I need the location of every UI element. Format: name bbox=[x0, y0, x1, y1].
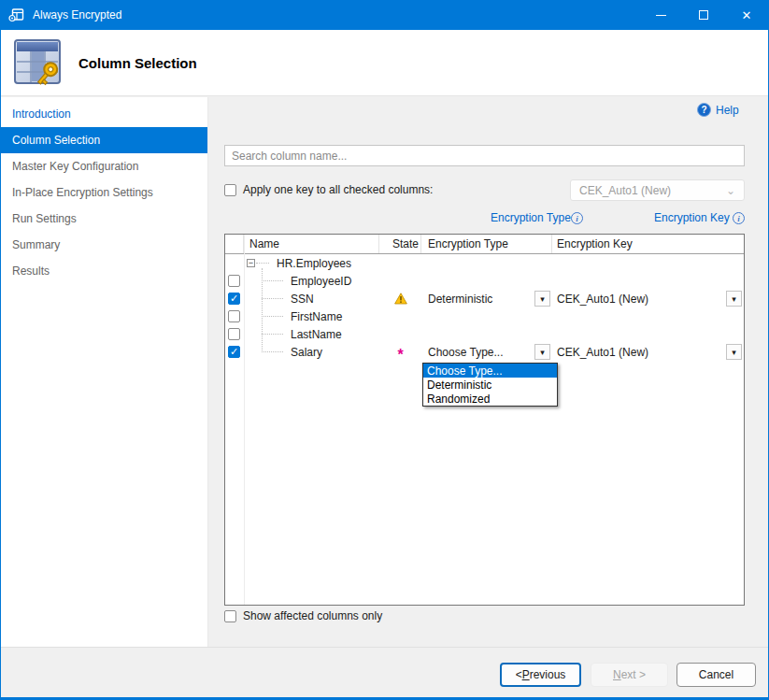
table-row-group: − HR.Employees bbox=[225, 254, 744, 272]
row-checkbox[interactable]: ✓ bbox=[228, 275, 240, 287]
column-name: Salary bbox=[291, 346, 322, 359]
encryption-type-link[interactable]: Encryption Type bbox=[491, 211, 571, 224]
dropdown-item-deterministic[interactable]: Deterministic bbox=[423, 378, 557, 392]
page-header: Column Selection bbox=[1, 30, 768, 96]
column-name: LastName bbox=[291, 328, 342, 341]
encryption-type-cell[interactable]: Choose Type... ▾ bbox=[421, 343, 552, 361]
show-affected-checkbox[interactable]: ✓ bbox=[224, 610, 236, 622]
tree-line-stub bbox=[262, 280, 283, 281]
encryption-key-cell[interactable]: CEK_Auto1 (New) ▾ bbox=[552, 290, 744, 307]
window-title: Always Encrypted bbox=[33, 8, 121, 21]
wizard-steps-sidebar: Introduction Column Selection Master Key… bbox=[1, 97, 208, 647]
collapse-icon[interactable]: − bbox=[247, 259, 255, 267]
dropdown-arrow-icon[interactable]: ▾ bbox=[534, 291, 550, 307]
previous-label-rest: revious bbox=[530, 668, 566, 681]
tree-line-stub bbox=[262, 298, 283, 299]
tree-line-stub bbox=[262, 316, 283, 317]
chevron-down-icon: ⌄ bbox=[726, 188, 735, 193]
encryption-key-cell[interactable]: CEK_Auto1 (New) ▾ bbox=[552, 343, 744, 361]
titlebar: Always Encrypted ✕ bbox=[0, 0, 769, 30]
help-label: Help bbox=[716, 104, 739, 117]
tree-line-stub bbox=[262, 351, 283, 352]
maximize-button[interactable] bbox=[682, 0, 725, 30]
show-affected-label: Show affected columns only bbox=[243, 609, 382, 622]
sidebar-item-column-selection[interactable]: Column Selection bbox=[1, 127, 207, 153]
search-input[interactable] bbox=[224, 145, 745, 166]
close-icon: ✕ bbox=[742, 9, 752, 21]
table-row-salary: ✓ Salary * Choose Type... ▾ CEK_Auto1 (N… bbox=[225, 343, 744, 361]
always-encrypted-app-icon bbox=[8, 7, 25, 23]
grid-header-row: Name State Encryption Type Encryption Ke… bbox=[225, 235, 744, 254]
previous-label-accesskey: P bbox=[522, 668, 530, 681]
column-name: SSN bbox=[291, 293, 314, 306]
sidebar-item-in-place-encryption-settings: In-Place Encryption Settings bbox=[1, 179, 207, 206]
dropdown-item-randomized[interactable]: Randomized bbox=[423, 392, 557, 406]
apply-one-key-checkbox[interactable]: ✓ bbox=[224, 184, 236, 196]
grid-header-checkbox bbox=[225, 235, 244, 253]
warning-icon bbox=[394, 293, 407, 305]
close-button[interactable]: ✕ bbox=[725, 0, 768, 30]
next-button: Next > bbox=[591, 663, 668, 687]
encryption-key-value: CEK_Auto1 (New) bbox=[557, 346, 648, 359]
previous-button[interactable]: < Previous bbox=[500, 663, 581, 687]
encryption-type-value: Choose Type... bbox=[428, 346, 504, 359]
sidebar-item-results: Results bbox=[1, 258, 207, 284]
encryption-type-dropdown-list: Choose Type... Deterministic Randomized bbox=[422, 363, 558, 407]
encryption-key-link[interactable]: Encryption Key bbox=[654, 211, 730, 224]
sidebar-item-run-settings: Run Settings bbox=[1, 206, 207, 232]
maximize-icon bbox=[699, 10, 708, 20]
row-checkbox[interactable]: ✓ bbox=[228, 310, 240, 322]
dropdown-arrow-icon[interactable]: ▾ bbox=[726, 291, 742, 307]
sidebar-item-master-key-configuration: Master Key Configuration bbox=[1, 153, 207, 179]
next-label-accesskey: N bbox=[613, 668, 621, 681]
encryption-key-value: CEK_Auto1 (New) bbox=[557, 293, 648, 306]
row-checkbox[interactable]: ✓ bbox=[228, 293, 240, 305]
dropdown-arrow-icon[interactable]: ▾ bbox=[726, 344, 742, 360]
grid-header-encryption-type: Encryption Type bbox=[421, 235, 552, 253]
footer-bar: < Previous Next > Cancel bbox=[1, 647, 768, 697]
encryption-type-info-icon[interactable]: i bbox=[571, 212, 583, 224]
help-icon: ? bbox=[697, 103, 711, 117]
previous-label-prefix: < bbox=[516, 668, 522, 681]
column-name: FirstName bbox=[291, 310, 342, 323]
grid-header-name: Name bbox=[244, 235, 379, 253]
tree-line-stub bbox=[262, 334, 283, 335]
table-row-ssn: ✓ SSN Deterministic ▾ CEK_Auto1 (New) ▾ bbox=[225, 290, 744, 307]
cek-master-combobox: CEK_Auto1 (New) ⌄ bbox=[570, 179, 745, 201]
encryption-type-value: Deterministic bbox=[428, 293, 492, 306]
encryption-key-info-icon[interactable]: i bbox=[733, 212, 745, 224]
minimize-icon bbox=[656, 15, 666, 16]
sidebar-item-summary: Summary bbox=[1, 232, 207, 258]
page-title: Column Selection bbox=[78, 55, 197, 71]
help-link[interactable]: ? Help bbox=[697, 103, 739, 117]
table-row-lastname: ✓ LastName bbox=[225, 325, 744, 343]
table-key-icon bbox=[12, 37, 64, 90]
dropdown-arrow-icon[interactable]: ▾ bbox=[534, 344, 550, 360]
always-encrypted-wizard-window: Always Encrypted ✕ bbox=[0, 0, 769, 700]
columns-grid: Name State Encryption Type Encryption Ke… bbox=[224, 234, 745, 606]
check-icon: ✓ bbox=[230, 347, 238, 357]
grid-header-state: State bbox=[379, 235, 421, 253]
dropdown-item-choose-type[interactable]: Choose Type... bbox=[423, 364, 557, 378]
cek-master-value: CEK_Auto1 (New) bbox=[579, 184, 671, 197]
table-row-employeeid: ✓ EmployeeID bbox=[225, 272, 744, 290]
required-asterisk-icon: * bbox=[397, 348, 403, 363]
table-row-firstname: ✓ FirstName bbox=[225, 307, 744, 325]
row-checkbox[interactable]: ✓ bbox=[228, 346, 240, 358]
tree-line-group bbox=[256, 263, 269, 264]
row-checkbox[interactable]: ✓ bbox=[228, 328, 240, 340]
grid-header-encryption-key: Encryption Key bbox=[552, 235, 744, 253]
apply-one-key-label: Apply one key to all checked columns: bbox=[243, 183, 433, 196]
group-name: HR.Employees bbox=[277, 257, 351, 270]
next-label-rest: ext > bbox=[621, 668, 646, 681]
minimize-button[interactable] bbox=[639, 0, 682, 30]
column-name: EmployeeID bbox=[291, 275, 351, 288]
window-border-left bbox=[0, 0, 1, 700]
check-icon: ✓ bbox=[230, 293, 238, 304]
encryption-type-cell[interactable]: Deterministic ▾ bbox=[421, 290, 552, 307]
sidebar-item-introduction[interactable]: Introduction bbox=[1, 101, 207, 127]
cancel-button[interactable]: Cancel bbox=[676, 663, 756, 687]
